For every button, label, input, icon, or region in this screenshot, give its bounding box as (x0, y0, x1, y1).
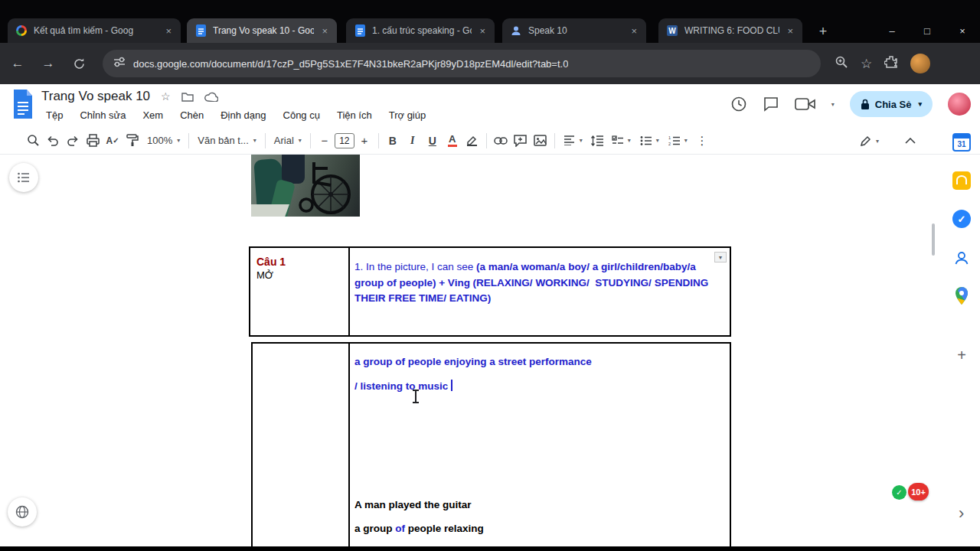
chevron-down-icon: ▾ (876, 138, 879, 145)
bulleted-list-select[interactable]: ▾ (635, 131, 664, 151)
tab-speak-10[interactable]: Speak 10 × (502, 18, 646, 43)
add-comment-icon[interactable] (511, 131, 531, 151)
tab-writing-food-club[interactable]: W WRITING 6: FOOD CLUB × (658, 18, 802, 43)
comments-icon[interactable] (763, 96, 779, 112)
minimize-button[interactable]: – (874, 18, 910, 43)
scrollbar-thumb[interactable] (932, 223, 935, 256)
star-icon[interactable]: ☆ (161, 90, 171, 103)
menu-format[interactable]: Định dạng (216, 107, 270, 123)
bold-button[interactable]: B (383, 131, 403, 151)
numbered-list-select[interactable]: 12 ▾ (664, 131, 692, 151)
hide-side-panel-chevron-icon[interactable]: › (959, 504, 964, 523)
tab-search-results[interactable]: Kết quả tìm kiếm - Goog × (8, 18, 181, 43)
back-icon[interactable]: ← (5, 51, 31, 77)
tab-trang-vo-speak-10[interactable]: Trang Vo speak 10 - Goo × (187, 18, 337, 43)
maps-icon[interactable] (952, 287, 971, 305)
table-cau-1[interactable]: Câu 1 MỞ 1. In the picture, I can see (a… (249, 246, 731, 337)
tab-cau-truc-speaking[interactable]: 1. cấu trúc speaking - Go × (346, 18, 495, 43)
answer-line-2[interactable]: / listening to music (354, 380, 452, 392)
spellcheck-icon[interactable]: A✓ (103, 131, 122, 151)
version-history-icon[interactable] (730, 96, 747, 112)
font-select[interactable]: Arial ▾ (270, 131, 306, 151)
docs-account-avatar[interactable] (948, 93, 971, 116)
share-button[interactable]: Chia Sẻ ▾ (850, 91, 933, 117)
menu-file[interactable]: Tệp (41, 107, 67, 123)
move-folder-icon[interactable] (181, 92, 194, 102)
insert-image-icon[interactable] (531, 131, 550, 151)
extensions-icon[interactable] (884, 55, 898, 72)
cau1-content[interactable]: 1. In the picture, I can see (a man/a wo… (354, 259, 722, 307)
underline-button[interactable]: U (423, 131, 443, 151)
table-answer[interactable]: a group of people enjoying a street perf… (251, 342, 731, 547)
video-call-caret-icon[interactable]: ▾ (831, 101, 835, 108)
url-text[interactable]: docs.google.com/document/d/17czP_d5Pg5S1… (133, 58, 568, 70)
tasks-icon[interactable]: ✓ (952, 210, 971, 228)
chevron-down-icon: ▾ (299, 137, 302, 144)
reload-icon[interactable] (66, 51, 92, 77)
video-call-icon[interactable] (795, 97, 816, 111)
browser-profile-avatar[interactable] (910, 54, 930, 73)
align-select[interactable]: ▾ (559, 131, 587, 151)
tab-title: WRITING 6: FOOD CLUB (684, 25, 779, 36)
print-icon[interactable] (83, 131, 103, 151)
explore-button[interactable] (8, 497, 37, 527)
menu-view[interactable]: Xem (138, 107, 168, 123)
answer-line-3[interactable]: A man played the guitar (354, 499, 472, 510)
more-options-icon[interactable]: ⋮ (692, 131, 712, 151)
tab-close-icon[interactable]: × (786, 26, 795, 36)
editing-mode-select[interactable]: ▾ (855, 131, 884, 151)
italic-button[interactable]: I (403, 131, 423, 151)
side-panel-add-icon[interactable]: + (952, 346, 971, 364)
contacts-icon[interactable] (952, 249, 971, 267)
document-photo-wheelchair[interactable] (251, 155, 360, 217)
highlight-color-icon[interactable] (462, 131, 482, 151)
decrease-font-size-button[interactable]: − (315, 131, 335, 151)
menu-edit[interactable]: Chỉnh sửa (75, 107, 130, 123)
paint-format-icon[interactable] (122, 131, 142, 151)
insert-link-icon[interactable] (491, 131, 511, 151)
bookmark-star-icon[interactable]: ☆ (861, 56, 872, 72)
cloud-status-icon[interactable] (204, 92, 218, 102)
answer-line-1[interactable]: a group of people enjoying a street perf… (354, 356, 592, 367)
tab-close-icon[interactable]: × (320, 26, 329, 36)
paragraph-style-select[interactable]: Văn bản t... ▾ (193, 131, 261, 151)
document-canvas[interactable]: Câu 1 MỞ 1. In the picture, I can see (a… (0, 155, 980, 547)
forward-icon[interactable]: → (35, 51, 61, 77)
site-settings-icon[interactable] (113, 57, 126, 70)
new-tab-button[interactable]: + (813, 21, 833, 41)
keep-icon[interactable] (952, 171, 971, 190)
answer-line-4c: people relaxing (405, 523, 484, 534)
menu-help[interactable]: Trợ giúp (384, 107, 431, 123)
tab-close-icon[interactable]: × (164, 26, 173, 36)
close-button[interactable]: × (945, 18, 980, 43)
table-quick-menu-icon[interactable]: ▼ (714, 252, 727, 262)
zoom-icon[interactable] (835, 55, 848, 72)
show-outline-button[interactable] (9, 163, 38, 192)
answer-line-4[interactable]: a group of people relaxing (354, 523, 484, 534)
search-menus-icon[interactable] (23, 131, 43, 151)
menu-extensions[interactable]: Tiện ích (332, 107, 377, 123)
line-spacing-icon[interactable] (587, 131, 607, 151)
hide-menus-icon[interactable] (900, 131, 920, 151)
tab-close-icon[interactable]: × (478, 26, 487, 36)
chevron-down-icon: ▾ (580, 137, 583, 144)
redo-icon[interactable] (63, 131, 83, 151)
increase-font-size-button[interactable]: + (354, 131, 374, 151)
tab-close-icon[interactable]: × (629, 26, 639, 36)
google-docs-logo[interactable] (12, 90, 34, 119)
text-color-button[interactable]: A (443, 131, 462, 151)
photo-wheelchair (291, 155, 360, 217)
green-status-badge[interactable]: ✓ (892, 485, 906, 500)
url-omnibox[interactable]: docs.google.com/document/d/17czP_d5Pg5S1… (103, 50, 821, 77)
share-caret-icon[interactable]: ▾ (918, 100, 922, 108)
notification-count-badge[interactable]: 10+ (908, 483, 929, 500)
font-size-input[interactable]: 12 (335, 133, 354, 148)
menu-insert[interactable]: Chèn (175, 107, 208, 123)
maximize-button[interactable]: □ (910, 18, 945, 43)
undo-icon[interactable] (43, 131, 63, 151)
menu-tools[interactable]: Công cụ (279, 107, 325, 123)
checklist-select[interactable]: ▾ (607, 131, 635, 151)
calendar-icon[interactable]: 31 (952, 133, 971, 152)
zoom-select[interactable]: 100% ▾ (142, 131, 185, 151)
document-title[interactable]: Trang Vo speak 10 (41, 89, 150, 104)
